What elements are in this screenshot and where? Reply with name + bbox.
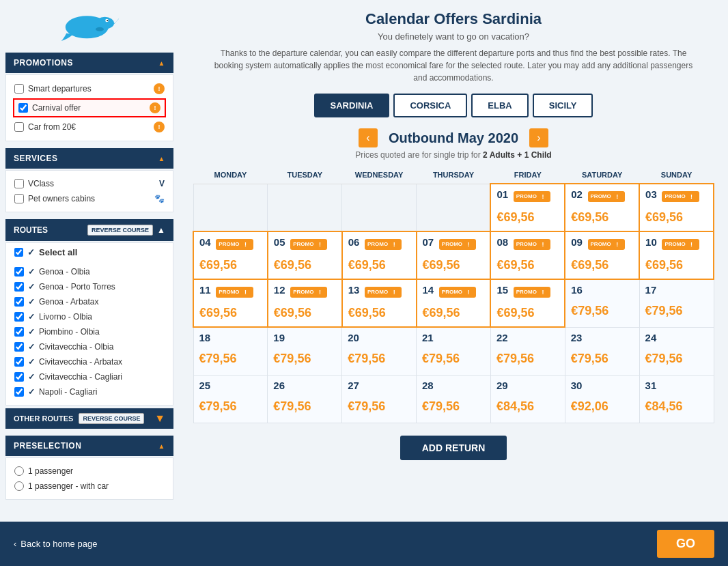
tab-sicily[interactable]: SICILY (533, 94, 593, 117)
promo-carnival-label: Carnival offer (32, 103, 81, 113)
cal-cell[interactable]: 25 €79,56 (193, 375, 268, 423)
day-num: 02 (571, 188, 583, 200)
promo-exc: ! (315, 287, 324, 297)
prev-month-btn[interactable]: ‹ (359, 128, 378, 147)
select-all-row[interactable]: ✓ Select all (5, 242, 173, 261)
cal-cell[interactable]: 22 €79,56 (490, 327, 565, 375)
promo-smart-departures-check[interactable] (14, 84, 24, 94)
promo-label: PROMO ! (514, 287, 550, 298)
cell-price: €69,56 (496, 210, 559, 225)
cal-cell[interactable]: 21 €79,56 (417, 327, 491, 375)
cal-cell[interactable]: 02 PROMO ! €69,56 (565, 184, 639, 231)
promo-carnival-check[interactable] (18, 103, 28, 113)
service-vclass-label: VClass (28, 179, 54, 188)
cell-price: €92,06 (571, 399, 634, 414)
cal-cell[interactable]: 27 €79,56 (342, 375, 417, 423)
main-content: Calendar Offers Sardinia You definetely … (179, 0, 728, 522)
cal-cell[interactable]: 04 PROMO ! €69,56 (193, 231, 268, 279)
cal-cell[interactable]: 20 €79,56 (342, 327, 417, 375)
route-civitavecchia-olbia-label: Civitavecchia - Olbia (39, 342, 113, 352)
next-month-btn[interactable]: › (529, 128, 548, 147)
cal-cell[interactable]: 06 PROMO ! €69,56 (342, 231, 417, 279)
cal-cell[interactable]: 16 €79,56 (565, 279, 639, 327)
service-pet[interactable]: Pet owners cabins 🐾 (14, 191, 165, 206)
routes-body: ✓ Genoa - Olbia ✓ Genoa - Porto Torres ✓… (5, 261, 173, 406)
cal-cell[interactable]: 23 €79,56 (565, 327, 639, 375)
route-piombino-olbia[interactable]: ✓ Piombino - Olbia (14, 324, 165, 339)
tab-sardinia[interactable]: SARDINIA (314, 94, 390, 117)
select-all-check[interactable] (14, 248, 23, 257)
cal-cell[interactable]: 05 PROMO ! €69,56 (268, 231, 342, 279)
promo-carnival-offer[interactable]: Carnival offer ! (13, 98, 166, 117)
route-genoa-arbatax[interactable]: ✓ Genoa - Arbatax (14, 294, 165, 309)
day-num: 23 (571, 332, 583, 343)
other-routes-reverse-btn[interactable]: REVERSE COURSE (79, 413, 144, 424)
cell-price: €69,56 (348, 258, 410, 272)
cal-cell[interactable]: 29 €84,56 (490, 375, 565, 423)
go-button[interactable]: GO (657, 530, 714, 558)
promo-smart-departures[interactable]: Smart departures ! (14, 81, 165, 97)
day-num: 03 (645, 188, 657, 200)
route-napoli-cagliari[interactable]: ✓ Napoli - Cagliari (14, 384, 165, 399)
cal-cell[interactable]: 31 €84,56 (639, 375, 714, 423)
cal-cell[interactable]: 19 €79,56 (268, 327, 342, 375)
cal-cell[interactable]: 03 PROMO ! €69,56 (639, 184, 714, 231)
service-vclass[interactable]: VClass V (14, 176, 165, 191)
preselection-1pax-car[interactable]: 1 passenger - with car (14, 479, 165, 494)
cal-cell[interactable]: 24 €79,56 (639, 327, 714, 375)
route-civitavecchia-olbia[interactable]: ✓ Civitavecchia - Olbia (14, 339, 165, 354)
promo-car[interactable]: Car from 20€ ! (14, 119, 165, 135)
route-genoa-arbatax-label: Genoa - Arbatax (39, 297, 98, 307)
cell-price: €79,56 (273, 352, 336, 366)
cal-cell[interactable]: 12 PROMO ! €69,56 (268, 279, 342, 327)
promotions-header[interactable]: PROMOTIONS ▲ (5, 53, 173, 73)
route-civitavecchia-cagliari[interactable]: ✓ Civitavecchia - Cagliari (14, 369, 165, 384)
route-civitavecchia-arbatax[interactable]: ✓ Civitavecchia - Arbatax (14, 354, 165, 369)
back-home-link[interactable]: ‹ Back to home page (14, 539, 97, 549)
cal-cell[interactable]: 09 PROMO ! €69,56 (565, 231, 639, 279)
promo-label: PROMO ! (439, 287, 476, 298)
cal-cell[interactable]: 28 €79,56 (417, 375, 491, 423)
preselection-arrow: ▲ (158, 442, 165, 450)
routes-header[interactable]: ROUTES REVERSE COURSE ▲ (5, 219, 173, 241)
tab-corsica[interactable]: CORSICA (393, 94, 467, 117)
cal-cell[interactable]: 17 €79,56 (639, 279, 714, 327)
promotions-body: Smart departures ! Carnival offer ! Car … (5, 74, 173, 141)
promo-exc: ! (241, 240, 251, 249)
day-num: 18 (199, 332, 211, 343)
back-arrow-icon: ‹ (14, 539, 16, 549)
svg-point-4 (96, 27, 104, 31)
cal-cell[interactable]: 10 PROMO ! €69,56 (639, 231, 714, 279)
route-genoa-porto-torres[interactable]: ✓ Genoa - Porto Torres (14, 279, 165, 294)
cal-cell[interactable]: 07 PROMO ! €69,56 (417, 231, 491, 279)
cal-cell[interactable]: 14 PROMO ! €69,56 (417, 279, 491, 327)
cell-price: €69,56 (199, 258, 262, 272)
cal-cell[interactable]: 18 €79,56 (193, 327, 268, 375)
promo-car-check[interactable] (14, 122, 24, 132)
route-livorno-olbia[interactable]: ✓ Livorno - Olbia (14, 309, 165, 324)
day-num: 31 (645, 380, 657, 391)
preselection-header[interactable]: PRESELECTION ▲ (5, 436, 173, 456)
service-pet-check[interactable] (14, 194, 24, 203)
cal-cell[interactable]: 15 PROMO ! €69,56 (490, 279, 565, 327)
day-num: 25 (199, 380, 211, 391)
cal-cell[interactable]: 26 €79,56 (268, 375, 342, 423)
reverse-course-btn[interactable]: REVERSE COURSE (87, 225, 153, 236)
cal-cell[interactable]: 13 PROMO ! €69,56 (342, 279, 417, 327)
vclass-icon: V (159, 179, 165, 188)
cal-cell[interactable]: 30 €92,06 (565, 375, 639, 423)
add-return-btn[interactable]: ADD RETURN (400, 436, 507, 460)
cal-cell[interactable]: 01 PROMO ! €69,56 (490, 184, 565, 231)
other-routes-header[interactable]: OTHER ROUTES REVERSE COURSE ▼ (5, 408, 173, 429)
route-genoa-olbia[interactable]: ✓ Genoa - Olbia (14, 264, 165, 279)
cal-cell[interactable]: 08 PROMO ! €69,56 (490, 231, 565, 279)
cell-price: €69,56 (423, 258, 485, 272)
cal-cell[interactable]: 11 PROMO ! €69,56 (193, 279, 268, 327)
preselection-1pax[interactable]: 1 passenger (14, 464, 165, 479)
services-header[interactable]: SERVICES ▲ (5, 148, 173, 169)
tab-elba[interactable]: ELBA (471, 94, 528, 117)
day-num: 05 (274, 236, 285, 248)
calendar-month-label: Outbound May 2020 (389, 130, 518, 146)
service-vclass-check[interactable] (14, 179, 24, 188)
promo-exc: ! (538, 287, 548, 297)
